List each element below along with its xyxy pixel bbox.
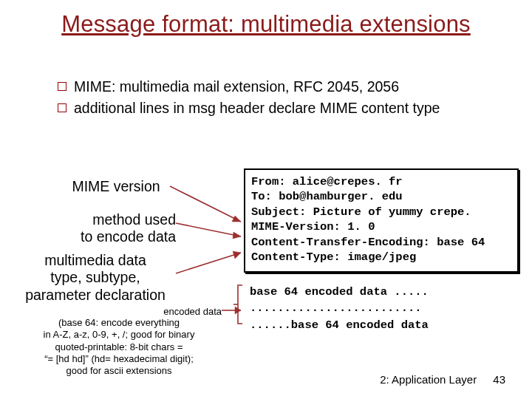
bullet-square-icon (58, 103, 66, 112)
label-line: method used (92, 211, 176, 228)
label-line: good for ascii extensions (66, 365, 171, 376)
svg-marker-3 (233, 232, 241, 239)
label-line: to encode data (81, 228, 176, 245)
svg-marker-7 (235, 307, 241, 314)
label-encoded-data: encoded data (140, 306, 222, 318)
code-line: base 64 encoded data ..... (250, 284, 510, 300)
code-line: ......................... (250, 300, 510, 316)
label-line: multimedia data (44, 252, 146, 268)
svg-line-2 (176, 223, 241, 236)
slide-title: Message format: multimedia extensions (61, 11, 471, 38)
label-line: in A-Z, a-z, 0-9, +, /; good for binary (44, 329, 195, 340)
footer-page-number: 43 (493, 373, 505, 386)
svg-line-4 (176, 253, 241, 273)
code-line: Content-Type: image/jpeg (251, 250, 511, 265)
arrow-mime-version (170, 186, 241, 222)
mime-header-box: From: alice@crepes. fr To: bob@hamburger… (244, 168, 519, 273)
arrow-encode-method (176, 223, 241, 239)
svg-line-0 (170, 186, 241, 222)
bullet-square-icon (58, 82, 66, 91)
code-line: To: bob@hamburger. edu (251, 189, 511, 204)
list-item: additional lines in msg header declare M… (58, 99, 486, 117)
bullet-list: MIME: multimedia mail extension, RFC 204… (58, 78, 486, 120)
arrow-encoded-data (222, 307, 241, 314)
arrow-content-type (176, 251, 241, 273)
code-line: Content-Transfer-Encoding: base 64 (251, 235, 511, 250)
label-line: “= [hd hd]” (hd= hexadecimal digit); (44, 353, 194, 364)
list-item: MIME: multimedia mail extension, RFC 204… (58, 78, 486, 96)
encoded-data-box: base 64 encoded data ..... .............… (244, 281, 516, 336)
svg-marker-5 (233, 251, 241, 259)
label-line: parameter declaration (25, 287, 166, 303)
label-mime-version: MIME version (61, 178, 171, 195)
label-multimedia-type: multimedia data type, subtype, parameter… (13, 252, 177, 304)
code-line: MIME-Version: 1. 0 (251, 219, 511, 234)
footer-chapter: 2: Application Layer (380, 373, 477, 386)
label-line: (base 64: encode everything (58, 317, 180, 328)
label-base64-note: (base 64: encode everything in A-Z, a-z,… (12, 317, 226, 377)
code-line: Subject: Picture of yummy crepe. (251, 205, 511, 219)
code-line: ......base 64 encoded data (250, 317, 510, 333)
brace-encoded-data (233, 285, 242, 324)
code-line: From: alice@crepes. fr (251, 174, 511, 189)
label-encode-method: method used to encode data (58, 211, 176, 246)
label-line: type, subtype, (50, 269, 140, 285)
bullet-text: additional lines in msg header declare M… (74, 99, 440, 117)
bullet-text: MIME: multimedia mail extension, RFC 204… (74, 78, 399, 96)
label-line: quoted-printable: 8-bit chars = (55, 341, 183, 352)
slide-title-wrap: Message format: multimedia extensions (44, 11, 488, 38)
slide-footer: 2: Application Layer 43 (380, 373, 505, 386)
svg-marker-1 (232, 216, 241, 222)
